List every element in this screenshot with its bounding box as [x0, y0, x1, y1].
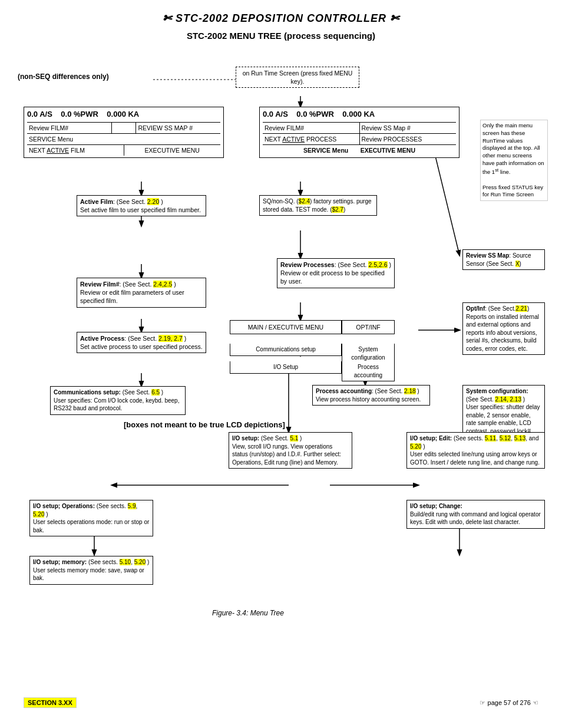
- page-number: ☞ page 57 of 276 ☜: [480, 699, 538, 707]
- comms-cell-box: Communications setup: [230, 344, 342, 356]
- section-badge: SECTION 3.XX: [24, 697, 77, 708]
- opt-inf-note-box: Opt/Inf: (See Sect.2.21)Reports on insta…: [462, 302, 545, 355]
- non-seq-label: (non-SEQ differences only): [18, 73, 109, 81]
- io-setup-memory-box: I/O setup; memory: (See sects. 5.10, 5.2…: [29, 556, 153, 585]
- run-time-screen-box: on Run Time Screen (press fixed MENU key…: [236, 67, 359, 88]
- io-setup-cell-box: I/O Setup: [230, 361, 342, 374]
- active-film-box: Active Film: (See Sect. 2.20 )Set active…: [77, 195, 206, 216]
- io-setup-edit-box: I/O setup; Edit: (See sects. 5.11, 5.12,…: [406, 432, 545, 469]
- io-setup-change-box: I/O setup; Change:Build/edit rung with c…: [406, 500, 545, 529]
- process-accounting-cell-box: Process accounting: [342, 361, 395, 381]
- sys-config-cell-box: System configuration: [342, 344, 395, 364]
- diagram-title: STC-2002 MENU TREE (process sequencing): [18, 31, 544, 41]
- review-processes-box: Review Processes: (See Sect. 2.5,2.6 )Re…: [277, 258, 395, 288]
- footer: SECTION 3.XX ☞ page 57 of 276 ☜: [18, 697, 544, 708]
- lcd-label: [boxes not meant to be true LCD depictio…: [124, 420, 285, 429]
- io-setup-operations-box: I/O setup; Operations: (See sects. 5.9, …: [29, 500, 153, 536]
- comms-setup-detail: Communications setup: (See Sect. 6.5 )Us…: [50, 386, 186, 415]
- figure-caption: Figure- 3.4: Menu Tree: [212, 609, 284, 617]
- right-menu-box: 0.0 A/S 0.0 %PWR 0.000 KA Review FILM# R…: [259, 107, 459, 158]
- diagram-area: on Run Time Screen (press fixed MENU key…: [18, 43, 548, 691]
- active-process-box: Active Process: (See Sect. 2.19, 2.7 )Se…: [77, 332, 206, 353]
- io-setup-detail: I/O setup: (See Sect. 5.1 )View, scroll …: [229, 432, 352, 469]
- review-film-box: Review Film#: (See Sect. 2.4,2.5 )Review…: [77, 278, 206, 308]
- opt-inf-box: OPT/INF: [342, 320, 395, 334]
- right-note-box: Only the main menu screen has these RunT…: [480, 120, 548, 201]
- sq-nonsq-box: SQ/non-SQ. ($2.4) factory settings. purg…: [259, 195, 377, 216]
- page-title: ✄ STC-2002 DEPOSITION CONTROLLER ✄: [18, 12, 544, 25]
- left-menu-box: 0.0 A/S 0.0 %PWR 0.000 KA Review FILM# R…: [24, 107, 224, 158]
- review-ss-map-box: Review SS Map: Source Sensor (See Sect. …: [462, 249, 545, 270]
- process-accounting-detail: Process accounting: (See Sect. 2.18 )Vie…: [312, 385, 430, 406]
- main-exec-menu-box: MAIN / EXECUTIVE MENU: [230, 320, 342, 334]
